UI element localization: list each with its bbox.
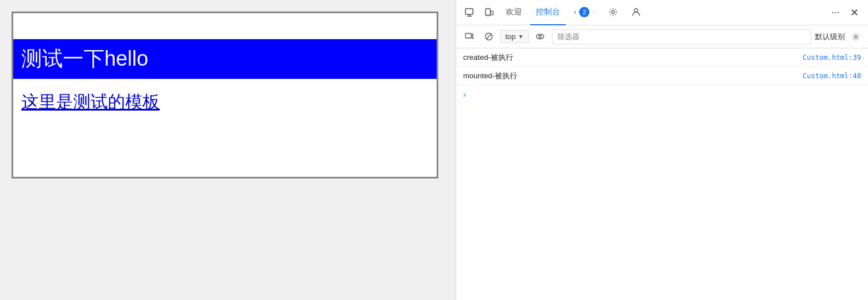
eye-icon-button[interactable] bbox=[532, 29, 548, 45]
svg-point-11 bbox=[536, 35, 544, 39]
error-tab-icon: › bbox=[574, 7, 576, 16]
tab-settings[interactable] bbox=[603, 0, 623, 25]
browser-preview-panel: 测试一下hello 这里是测试的模板 bbox=[0, 0, 456, 300]
svg-rect-4 bbox=[491, 11, 493, 15]
default-level-label: 默认级别 bbox=[815, 32, 845, 42]
devtools-top-toolbar: 欢迎 控制台 › 2 - ··· ✕ bbox=[456, 0, 868, 25]
svg-point-5 bbox=[487, 14, 488, 14]
prompt-arrow-icon[interactable]: › bbox=[463, 90, 466, 99]
console-log-area: created-被执行 Custom.html:39 mounted-被执行 C… bbox=[456, 48, 868, 300]
svg-point-13 bbox=[855, 35, 857, 37]
context-dropdown-label: top bbox=[505, 32, 516, 41]
log-row: created-被执行 Custom.html:39 bbox=[456, 48, 868, 67]
browser-frame: 测试一下hello 这里是测试的模板 bbox=[12, 12, 438, 179]
device-toolbar-button[interactable] bbox=[480, 4, 498, 21]
error-badge: 2 bbox=[579, 7, 589, 17]
more-options-button[interactable]: ··· bbox=[828, 4, 843, 21]
inspect-element-button[interactable] bbox=[461, 4, 478, 21]
error-tab-separator: - bbox=[592, 8, 595, 16]
log-level-settings-button[interactable] bbox=[848, 29, 863, 44]
tab-console[interactable]: 控制台 bbox=[530, 0, 566, 25]
tab-profiles[interactable] bbox=[626, 0, 647, 25]
devtools-second-toolbar: top ▼ 默认级别 bbox=[456, 25, 868, 48]
blue-bar-text: 测试一下hello bbox=[21, 45, 148, 73]
block-icon-button[interactable] bbox=[480, 29, 497, 45]
top-empty-space bbox=[13, 19, 437, 39]
clear-console-button[interactable] bbox=[461, 29, 477, 45]
log-text-mounted: mounted-被执行 bbox=[463, 71, 517, 81]
svg-point-12 bbox=[539, 36, 542, 38]
filter-input[interactable] bbox=[552, 29, 811, 44]
template-link[interactable]: 这里是测试的模板 bbox=[21, 92, 160, 111]
console-prompt-row[interactable]: › bbox=[456, 85, 868, 104]
chevron-down-icon: ▼ bbox=[518, 33, 524, 40]
svg-line-10 bbox=[486, 34, 491, 39]
svg-rect-0 bbox=[465, 9, 473, 14]
tab-errors[interactable]: › 2 - bbox=[568, 0, 600, 25]
log-link-mounted[interactable]: Custom.html:48 bbox=[803, 72, 861, 80]
close-devtools-button[interactable]: ✕ bbox=[846, 4, 863, 21]
devtools-panel: 欢迎 控制台 › 2 - ··· ✕ bbox=[456, 0, 868, 300]
blue-highlight-bar: 测试一下hello bbox=[13, 39, 437, 79]
svg-point-7 bbox=[634, 9, 638, 12]
log-link-created[interactable]: Custom.html:39 bbox=[803, 54, 861, 62]
tab-welcome[interactable]: 欢迎 bbox=[500, 0, 528, 25]
svg-point-6 bbox=[612, 10, 615, 13]
log-text-created: created-被执行 bbox=[463, 52, 513, 63]
log-row: mounted-被执行 Custom.html:48 bbox=[456, 67, 868, 85]
context-dropdown[interactable]: top ▼ bbox=[500, 30, 529, 43]
svg-rect-8 bbox=[465, 33, 471, 38]
bottom-section: 这里是测试的模板 bbox=[13, 79, 437, 126]
